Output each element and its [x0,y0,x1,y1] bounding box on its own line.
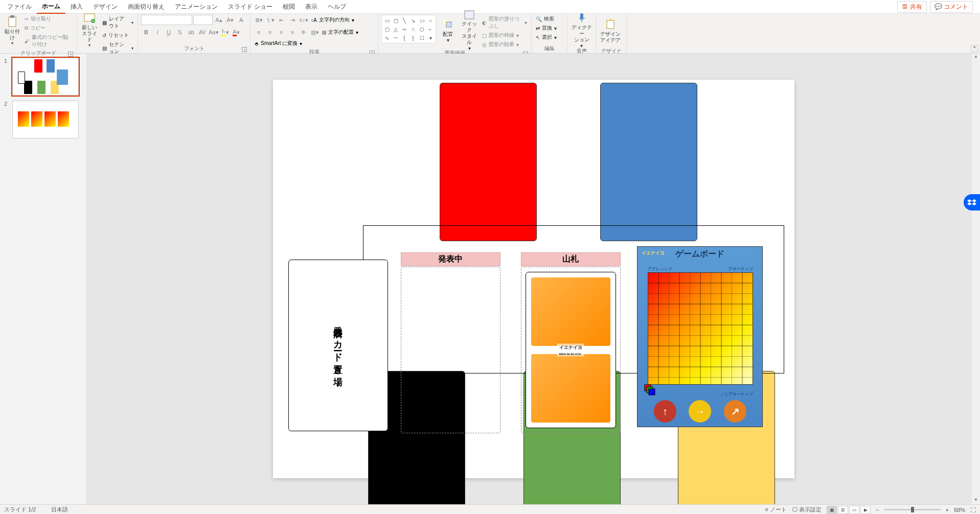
display-settings-button[interactable]: 🖵 表示設定 [792,506,822,513]
tab-view[interactable]: 表示 [300,1,323,13]
shape-rect2[interactable]: ▭ [418,16,426,25]
shape-arrow2[interactable]: ⇨ [400,25,408,33]
shrink-font-button[interactable]: A▾ [225,15,235,25]
deck-card[interactable]: イエナイヨ MEN IN BLACK [526,272,616,428]
shape-freeform[interactable]: 〰 [392,34,400,42]
underline-button[interactable]: U [164,27,174,37]
change-case-button[interactable]: Aa▾ [209,27,219,37]
line-spacing-button[interactable]: ≡↕▾ [299,15,309,25]
zoom-out-button[interactable]: − [876,507,879,513]
slide-canvas-area[interactable]: 発表済みカード置き場 発表中 山札 イエナイヨ MEN IN BLACK イエナ… [87,54,980,504]
scroll-down-button[interactable]: ▼ [972,497,980,504]
font-name-input[interactable] [141,15,192,25]
arrange-button[interactable]: 配置▾ [438,15,458,46]
tab-file[interactable]: ファイル [2,1,37,13]
align-center-button[interactable]: ≡ [265,27,275,37]
tab-transitions[interactable]: 画面切り替え [123,1,170,13]
columns-button[interactable]: ▥▾ [310,27,320,37]
reading-view-button[interactable]: ▭ [849,506,859,514]
shape-line[interactable]: ╲ [400,16,408,25]
shape-effects-button[interactable]: ◎図形の効果▾ [481,40,528,49]
shape-curve[interactable]: ∿ [383,34,391,42]
distribute-button[interactable]: ⫸ [299,27,309,37]
blue-player-card[interactable] [600,83,697,241]
vertical-scrollbar[interactable]: ▲ ▼ [972,54,980,504]
shape-connector[interactable]: ⌐ [426,25,435,33]
scroll-up-button[interactable]: ▲ [972,54,980,61]
slide-thumbnail-1[interactable]: 1 [4,58,82,96]
outdent-button[interactable]: ⇤ [276,15,286,25]
smartart-button[interactable]: ⬘SmartArt に変換▾ [254,39,303,48]
layout-button[interactable]: ▦レイアウト▾ [101,15,134,30]
slide[interactable]: 発表済みカード置き場 発表中 山札 イエナイヨ MEN IN BLACK イエナ… [273,80,794,478]
red-player-card[interactable] [440,83,537,241]
highlight-button[interactable]: ♄▾ [220,27,230,37]
shape-outline-button[interactable]: ▢図形の枠線▾ [481,31,528,39]
discard-pile[interactable]: 発表済みカード置き場 [288,260,388,431]
notes-button[interactable]: ≡ ノート [765,506,787,513]
shape-fill-button[interactable]: ◐図形の塗りつぶし▾ [481,15,528,30]
new-slide-button[interactable]: + 新しい スライド ▾ [80,15,99,46]
paste-button[interactable]: 貼り付け ▾ [3,15,21,46]
select-button[interactable]: ↖選択▾ [535,33,558,41]
cut-button[interactable]: ✂切り取り [24,15,73,23]
replace-button[interactable]: ⇄置換▾ [535,24,558,32]
quick-styles-button[interactable]: クイック スタイル▾ [460,15,479,46]
strike-button[interactable]: S [175,27,185,37]
shape-brace-r[interactable]: } [409,34,417,42]
shape-textbox[interactable]: ▢ [392,16,400,25]
shape-star[interactable]: ☆ [409,25,417,33]
align-text-button[interactable]: ⊟文字の配置▾ [321,27,359,37]
shape-rect[interactable]: ▭ [383,16,391,25]
normal-view-button[interactable]: ▣ [827,506,837,514]
presenting-label[interactable]: 発表中 [401,252,500,266]
slide-thumbnail-2[interactable]: 2 [4,101,82,138]
shape-callout[interactable]: ☐ [418,34,426,42]
dropbox-badge[interactable] [964,194,980,211]
tab-design[interactable]: デザイン [88,1,123,13]
shape-tri[interactable]: △ [392,25,400,33]
fit-to-window-button[interactable]: ⛶ [970,507,976,513]
shape-brace-l[interactable]: { [400,34,408,42]
clipboard-launcher[interactable]: ↘ [68,52,73,57]
gameboard-card[interactable]: イエナイヨ ゲームボード アグレッシブ アサーティブ ノンアサーティブ ↑ → [637,246,763,427]
collapse-ribbon-button[interactable]: ^ [971,45,978,52]
bold-button[interactable]: B [141,27,151,37]
reset-button[interactable]: ↺リセット [101,31,134,39]
zoom-handle[interactable] [911,507,914,512]
sorter-view-button[interactable]: ⊞ [838,506,848,514]
clear-format-button[interactable]: A̶ [236,15,246,25]
shape-roundrect[interactable]: ▢ [383,25,391,33]
italic-button[interactable]: I [152,27,163,37]
justify-button[interactable]: ≡ [287,27,298,37]
slideshow-view-button[interactable]: ▶ [860,506,871,514]
tab-slideshow[interactable]: スライド ショー [223,1,278,13]
dictate-button[interactable]: ディクテー ション▾ [571,15,592,46]
find-button[interactable]: 🔍検索 [535,15,558,23]
shapes-gallery[interactable]: ▭ ▢ ╲ ↘ ▭ ○ ▢ △ ⇨ ☆ ⬡ ⌐ ∿ 〰 { } ☐ [381,15,436,43]
font-color-button[interactable]: A▾ [231,27,241,37]
bullets-button[interactable]: ≣▾ [254,15,264,25]
zoom-level[interactable]: 68% [954,507,965,513]
text-direction-button[interactable]: ↕A文字列の方向▾ [310,15,355,25]
font-launcher[interactable]: ↘ [242,47,247,52]
tab-home[interactable]: ホーム [37,0,65,14]
language-indicator[interactable]: 日本語 [51,506,68,513]
shapes-more[interactable]: ▾ [426,34,435,42]
tab-help[interactable]: ヘルプ [323,1,351,13]
shape-oval[interactable]: ○ [426,16,435,25]
tab-animations[interactable]: アニメーション [170,1,223,13]
align-left-button[interactable]: ≡ [254,27,264,37]
presenting-zone[interactable] [401,267,500,433]
share-button[interactable]: 🖻 共有 [897,1,926,13]
tab-insert[interactable]: 挿入 [65,1,88,13]
char-spacing-button[interactable]: AV [197,27,208,37]
align-right-button[interactable]: ≡ [276,27,286,37]
grow-font-button[interactable]: A▴ [214,15,224,25]
design-ideas-button[interactable]: デザイン アイデア [599,15,622,46]
font-size-input[interactable] [193,15,213,25]
numbering-button[interactable]: ⒈▾ [265,15,275,25]
comment-button[interactable]: 💬 コメント [930,1,973,13]
shape-arrow[interactable]: ↘ [409,16,417,25]
deck-label[interactable]: 山札 [521,252,621,266]
